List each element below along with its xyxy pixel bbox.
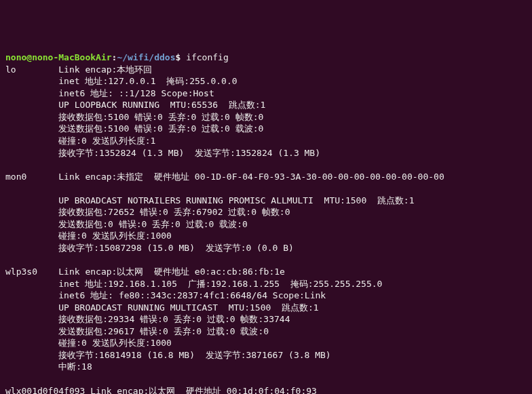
output-line: 发送数据包:29617 错误:0 丢弃:0 过载:0 载波:0: [5, 326, 269, 336]
iface-lo: lo: [5, 64, 16, 75]
output-line: 接收数据包:5100 错误:0 丢弃:0 过载:0 帧数:0: [5, 112, 263, 122]
output-line: inet6 地址: fe80::343c:2837:4fc1:6648/64 S…: [5, 290, 326, 300]
output-line: 接收字节:1352824 (1.3 MB) 发送字节:1352824 (1.3 …: [5, 148, 320, 158]
output-line: inet 地址:192.168.1.105 广播:192.168.1.255 掩…: [5, 279, 382, 289]
prompt-dollar: $: [175, 52, 186, 62]
iface-wlp3s0: wlp3s0: [5, 267, 37, 277]
prompt-cwd: ~/wifi/ddos: [117, 52, 175, 62]
iface-wlx: wlx001d0f04f093: [5, 386, 85, 395]
output-line: wlx001d0f04f093 Link encap:以太网 硬件地址 00:1…: [5, 386, 317, 395]
command-input[interactable]: ifconfig: [186, 52, 229, 62]
output-line: 碰撞:0 发送队列长度:1000: [5, 338, 172, 348]
output-line: 碰撞:0 发送队列长度:1000: [5, 231, 172, 241]
prompt-user-host: nono@nono-MacBookAir: [5, 52, 112, 62]
output-line: 接收字节:16814918 (16.8 MB) 发送字节:3871667 (3.…: [5, 350, 331, 360]
output-line: 接收数据包:72652 错误:0 丢弃:67902 过载:0 帧数:0: [5, 207, 290, 217]
iface-mon0: mon0: [5, 172, 26, 182]
output-line: 碰撞:0 发送队列长度:1: [5, 136, 155, 146]
output-line: 发送数据包:0 错误:0 丢弃:0 过载:0 载波:0: [5, 219, 248, 229]
output-line: mon0 Link encap:未指定 硬件地址 00-1D-0F-04-F0-…: [5, 172, 444, 182]
output-line: inet6 地址: ::1/128 Scope:Host: [5, 88, 214, 98]
output-line: wlp3s0 Link encap:以太网 硬件地址 e0:ac:cb:86:f…: [5, 267, 285, 277]
output-line: UP BROADCAST NOTRAILERS RUNNING PROMISC …: [5, 195, 415, 205]
output-line: lo Link encap:本地环回: [5, 64, 152, 75]
output-line: 接收数据包:29334 错误:0 丢弃:0 过载:0 帧数:33744: [5, 314, 290, 324]
output-line: 中断:18: [5, 361, 92, 372]
output-line: UP BROADCAST RUNNING MULTICAST MTU:1500 …: [5, 302, 319, 313]
output-line: inet 地址:127.0.0.1 掩码:255.0.0.0: [5, 76, 238, 86]
output-line: 发送数据包:5100 错误:0 丢弃:0 过载:0 载波:0: [5, 123, 263, 134]
output-line: UP LOOPBACK RUNNING MTU:65536 跳点数:1: [5, 100, 265, 110]
prompt-line[interactable]: nono@nono-MacBookAir:~/wifi/ddos$ ifconf…: [5, 52, 229, 62]
output-line: 接收字节:15087298 (15.0 MB) 发送字节:0 (0.0 B): [5, 243, 294, 253]
